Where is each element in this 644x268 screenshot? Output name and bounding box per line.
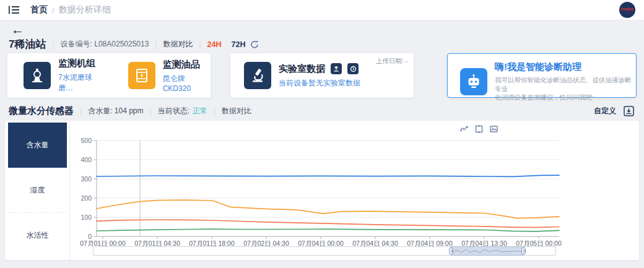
lab-title: 实验室数据 (279, 63, 325, 75)
tab-moisture[interactable]: 含水量 (8, 123, 67, 168)
sensor-section-header: 微量水分传感器 | 含水量: 104 ppm | 当前状态: 正常 | 数据对比 (9, 105, 251, 117)
range-24h-button[interactable]: 24H (207, 40, 222, 49)
oil-subtitle[interactable]: 昆仑牌CKD320 (163, 74, 211, 93)
save-image-icon[interactable] (490, 125, 498, 133)
oil-title: 监测油品 (163, 59, 211, 71)
monitor-card: 监测机组 7水泥磨球磨… 监测油品 昆仑牌CKD320 (7, 53, 211, 98)
unit-title: 监测机组 (58, 58, 105, 69)
history-clock-icon[interactable] (347, 63, 359, 74)
line-chart[interactable]: 010020030040050007月01日 00:0007月01日 04:30… (71, 121, 639, 260)
station-header: 7稀油站 | 设备编号: L08A025025013 | 数据对比 | 24H … (9, 37, 259, 51)
avatar-logo-subtext: ▪▪▪▪▪ (625, 11, 629, 14)
robot-icon (460, 68, 487, 95)
oil-drum-icon (128, 62, 155, 89)
divider: | (80, 107, 82, 116)
sensor-title: 微量水分传感器 (9, 105, 74, 117)
custom-button[interactable]: 自定义 (594, 106, 616, 116)
breadcrumb-home[interactable]: 首页 (30, 4, 48, 15)
tab-water-activity[interactable]: 水活性 (8, 213, 67, 258)
restore-line-icon[interactable] (460, 125, 468, 133)
range-72h-button[interactable]: 72H (232, 40, 246, 49)
divider: | (214, 107, 215, 116)
y-axis-label-400: 400 (80, 156, 92, 163)
top-navbar: 首页 / 数据分析详细 ineko ▪▪▪▪▪ (0, 0, 644, 20)
data-compare-button[interactable]: 数据对比 (163, 39, 193, 50)
chart-tab-column: 含水量 湿度 水活性 (5, 121, 70, 260)
datazoom-slider-track[interactable] (93, 246, 556, 256)
datazoom-selected-window[interactable] (451, 246, 524, 256)
series-line-含水量[interactable] (97, 200, 559, 218)
monitored-unit-item[interactable]: 监测机组 7水泥磨球磨… (24, 58, 105, 93)
lab-data-card: 上传日期: - 实验室数据 (230, 53, 414, 98)
device-number: 设备编号: L08A025025013 (61, 39, 149, 50)
page-title: 7稀油站 (9, 37, 46, 51)
refresh-icon[interactable] (250, 40, 259, 49)
collapse-menu-icon[interactable] (9, 6, 19, 14)
lab-subtitle: 当前设备暂无实验室数据 (279, 78, 360, 89)
chart-card: 含水量 湿度 水活性 010020030040050007月01日 00:000… (5, 121, 639, 260)
tab-humidity[interactable]: 湿度 (8, 168, 67, 213)
upload-icon[interactable] (331, 63, 342, 74)
back-button[interactable]: ← (11, 24, 24, 36)
divider: | (150, 107, 152, 116)
microscope-icon (244, 62, 271, 89)
assistant-desc-line2: 化润滑设备监测建议，快问问我吧~ (495, 93, 636, 102)
lab-data-item: 实验室数据 当前设备暂无实验室数据 (244, 62, 414, 89)
status-label: 当前状态: (158, 106, 189, 116)
y-axis-label-500: 500 (80, 137, 92, 144)
breadcrumb-current: 数据分析详细 (59, 4, 111, 15)
datazoom-handle-right[interactable] (521, 248, 526, 254)
sensor-compare-button[interactable]: 数据对比 (222, 106, 251, 116)
y-axis-label-200: 200 (80, 194, 92, 202)
ai-assistant-card[interactable]: 嗨!我是智能诊断助理 我可以帮你智能化诊断油品状态、提供油液诊断专业 化润滑设备… (447, 53, 637, 98)
status-badge: 正常 (193, 106, 207, 116)
export-download-icon[interactable] (624, 106, 634, 116)
divider: | (52, 40, 54, 49)
breadcrumb-separator: / (52, 6, 54, 15)
y-axis-label-100: 100 (80, 214, 92, 221)
avatar[interactable]: ineko ▪▪▪▪▪ (619, 2, 635, 18)
y-axis-label-300: 300 (80, 175, 92, 183)
upload-date: 上传日期: - (376, 57, 407, 66)
assistant-desc-line1: 我可以帮你智能化诊断油品状态、提供油液诊断专业 (495, 76, 636, 93)
datazoom-preview (451, 247, 523, 255)
moisture-reading: 含水量: 104 ppm (88, 106, 143, 116)
divider: | (199, 40, 201, 49)
chart-toolbox (460, 125, 498, 133)
machine-icon (24, 62, 51, 89)
assistant-title: 嗨!我是智能诊断助理 (495, 61, 636, 73)
unit-subtitle[interactable]: 7水泥磨球磨… (58, 72, 105, 93)
avatar-logo-text: ineko (621, 7, 634, 11)
y-axis-label-0: 0 (88, 233, 92, 240)
monitored-oil-item[interactable]: 监测油品 昆仑牌CKD320 (128, 59, 211, 93)
datazoom-handle-left[interactable] (449, 248, 453, 254)
series-line-温度[interactable] (97, 229, 559, 231)
divider: | (155, 40, 157, 49)
series-line-40℃运动粘度[interactable] (97, 175, 559, 176)
series-line-水活性[interactable] (97, 220, 559, 227)
zoom-frame-icon[interactable] (475, 125, 483, 133)
